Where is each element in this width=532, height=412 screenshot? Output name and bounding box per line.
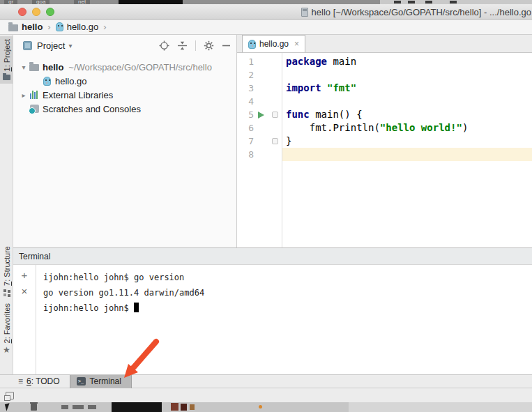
breadcrumb-item-hello-go[interactable]: hello.go [67,22,99,32]
sidebar-item-project[interactable]: 1: Project [0,36,13,84]
background-mark [450,1,457,3]
terminal-tab-label: Terminal [90,376,121,386]
project-panel: Project ▾ [13,35,237,247]
hide-panel-icon[interactable] [222,40,231,51]
desktop-mark [88,405,96,409]
terminal-cursor [134,303,139,312]
project-tool-icon [3,75,10,80]
code-text: import "fmt" [282,82,532,95]
code-text [282,68,532,82]
trash-icon [31,404,37,411]
close-window-button[interactable] [18,8,26,16]
line-number: 4 [237,96,254,107]
project-panel-title[interactable]: Project [37,40,65,51]
project-view-icon [23,41,32,50]
tree-row[interactable]: ▾hello~/Workspace/Go/GOPATH/src/hello [13,60,236,74]
sidebar-item-structure[interactable]: 7: Structure [0,246,13,296]
window-title-group: hello [~/Workspace/Go/GOPATH/src/hello] … [301,4,532,20]
desktop-black-block [112,402,162,412]
toolbar-divider [195,40,196,51]
structure-stripe-label: 7: Structure [3,246,11,286]
minimize-window-button[interactable] [32,8,40,16]
structure-tool-icon [3,289,10,296]
line-number: 5 [237,109,254,120]
project-stripe-label: 1: Project [3,39,11,71]
terminal-toolbar: + × [13,265,36,374]
editor-tab-bar: hello.go × [237,35,532,53]
code-text: } [282,135,532,148]
tree-row[interactable]: Scratches and Consoles [13,102,236,116]
locate-file-icon[interactable] [159,40,169,51]
terminal-panel-title: Terminal [19,252,50,261]
scratches-icon [29,105,40,113]
favorites-stripe-label: 2: Favorites [3,303,11,343]
sidebar-item-favorites[interactable]: 2: Favorites ★ [0,303,13,354]
tab-hello-go[interactable]: hello.go × [242,35,305,52]
mouse-cursor-icon [5,403,11,411]
go-file-icon [56,22,63,31]
code-text [282,95,532,108]
folder-icon [8,24,18,31]
desktop-band [349,402,532,412]
go-file-icon [248,40,256,49]
line-number: 1 [237,56,254,67]
sidebar-item-todo[interactable]: ≡ 6: TODO [18,376,60,386]
window-title: hello [~/Workspace/Go/GOPATH/src/hello] … [312,7,531,17]
terminal-panel-header[interactable]: Terminal [13,248,532,265]
project-tree: ▾hello~/Workspace/Go/GOPATH/src/hellohel… [13,56,236,116]
tree-item-label: hello [43,62,63,73]
run-main-icon[interactable] [254,112,268,119]
close-tab-icon[interactable]: × [294,39,299,49]
gear-icon[interactable] [204,40,214,51]
fold-marker-icon[interactable] [268,112,282,118]
traffic-lights [18,8,54,16]
terminal-output[interactable]: ijohn:hello john$ go versiongo version g… [36,265,532,374]
background-mark [425,1,432,3]
folder-icon [29,63,40,71]
background-mark [394,1,401,3]
terminal-line: go version go1.11.4 darwin/amd64 [43,285,532,300]
close-session-button[interactable]: × [22,287,28,296]
todo-list-icon: ≡ [18,376,23,386]
breadcrumb: hello › hello.go › [0,20,532,35]
editor: hello.go × 1package main23import "fmt"45… [237,35,532,247]
zoom-window-button[interactable] [46,8,54,16]
new-session-button[interactable]: + [22,270,28,280]
chevron-down-icon[interactable]: ▾ [68,42,72,49]
toggle-toolwindows-icon[interactable] [6,392,14,399]
collapsed-arrow-icon[interactable]: ▸ [19,91,29,99]
sidebar-item-terminal[interactable]: >_ Terminal [70,375,132,388]
tree-item-path: ~/Workspace/Go/GOPATH/src/hello [68,62,212,73]
tree-item-label: hello.go [55,76,87,86]
project-panel-header: Project ▾ [13,35,236,56]
libs-icon [29,91,40,99]
star-icon: ★ [3,346,10,354]
terminal-panel: Terminal + × ijohn:hello john$ go versio… [13,247,532,374]
breadcrumb-item-hello[interactable]: hello [22,22,43,32]
desktop-mark [73,405,84,409]
fold-marker-icon[interactable] [268,138,282,144]
desktop-thumbnail [171,403,178,411]
tree-row[interactable]: hello.go [13,74,236,88]
collapse-all-icon[interactable] [177,40,188,51]
status-bar [0,388,532,402]
tool-window-stripe-left: 1: Project 7: Structure 2: Favorites ★ [0,35,13,374]
tree-item-label: External Libraries [43,90,113,100]
workspace: 1: Project 7: Structure 2: Favorites ★ P… [0,35,532,374]
background-mark [408,1,415,3]
terminal-icon: >_ [77,377,86,386]
terminal-line: ijohn:hello john$ [43,300,532,316]
expanded-arrow-icon[interactable]: ▾ [19,63,29,71]
window-titlebar: hello [~/Workspace/Go/GOPATH/src/hello] … [0,4,532,20]
line-number: 6 [237,123,254,133]
code-text: func main() { [282,108,532,121]
line-number: 3 [237,83,254,93]
editor-body[interactable]: 1package main23import "fmt"45func main()… [237,53,532,247]
todo-label: 6: TODO [26,376,60,386]
code-text [282,148,532,161]
tree-row[interactable]: ▸External Libraries [13,88,236,102]
terminal-line: ijohn:hello john$ go version [43,270,532,285]
line-number: 8 [237,149,254,160]
chevron-right-icon: › [102,22,107,32]
desktop-thumbnail [181,404,187,411]
